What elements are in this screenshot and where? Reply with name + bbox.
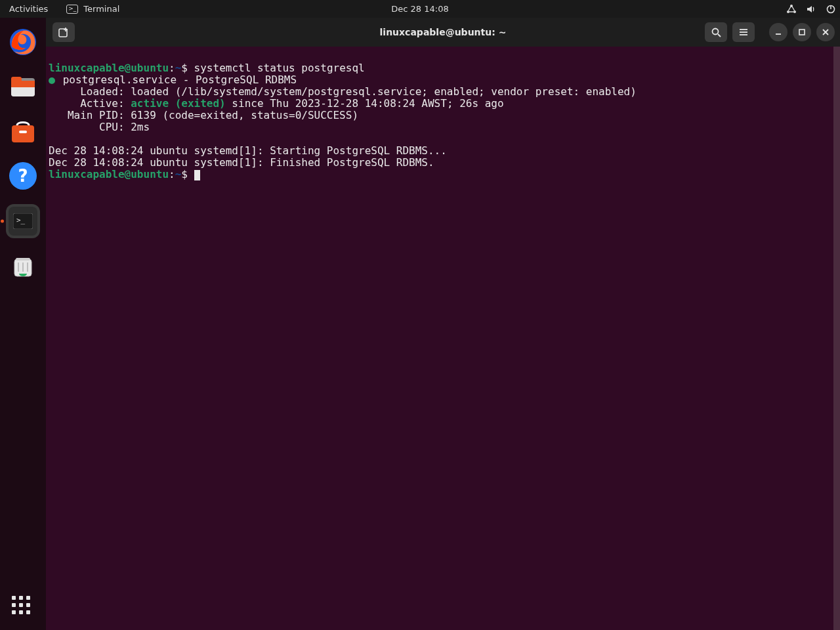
active-prefix: Active: xyxy=(49,97,131,110)
svg-rect-11 xyxy=(19,131,27,133)
loaded-line: Loaded: loaded (/lib/systemd/system/post… xyxy=(49,85,637,98)
status-dot-icon xyxy=(49,77,55,84)
search-button[interactable] xyxy=(705,22,727,42)
hamburger-menu-button[interactable] xyxy=(732,22,755,42)
power-icon[interactable] xyxy=(826,4,836,14)
svg-rect-17 xyxy=(16,258,30,261)
svg-rect-27 xyxy=(799,30,805,35)
dock-terminal: >_ xyxy=(9,207,37,236)
prompt-sep-2: : xyxy=(169,168,175,180)
clock-label: Dec 28 14:08 xyxy=(391,4,448,14)
terminal-output[interactable]: linuxcapable@ubuntu:~$ systemctl status … xyxy=(46,47,840,630)
gnome-top-panel: Activities >_ Terminal Dec 28 14:08 xyxy=(0,0,840,18)
svg-point-21 xyxy=(713,29,719,35)
prompt-sigil-2: $ xyxy=(181,168,188,180)
volume-icon[interactable] xyxy=(806,4,816,14)
prompt-cwd-2: ~ xyxy=(175,168,182,180)
svg-text:?: ? xyxy=(18,166,28,186)
minimize-button[interactable] xyxy=(769,23,788,41)
prompt-userhost-2: linuxcapable@ubuntu xyxy=(49,168,169,180)
svg-text:>_: >_ xyxy=(16,216,26,224)
svg-rect-10 xyxy=(12,125,34,142)
terminal-titlebar: linuxcapable@ubuntu: ~ xyxy=(46,18,840,47)
prompt-userhost: linuxcapable@ubuntu xyxy=(49,62,169,74)
window-title: linuxcapable@ubuntu: ~ xyxy=(380,27,507,37)
app-menu-label: Terminal xyxy=(83,4,119,14)
terminal-scrollbar[interactable] xyxy=(833,47,840,630)
svg-line-22 xyxy=(718,34,721,37)
mainpid-line: Main PID: 6139 (code=exited, status=0/SU… xyxy=(49,109,358,121)
log-line-1: Dec 28 14:08:24 ubuntu systemd[1]: Start… xyxy=(49,144,447,157)
new-tab-button[interactable] xyxy=(52,22,75,42)
dock-trash[interactable] xyxy=(7,250,39,283)
activities-label: Activities xyxy=(9,4,48,14)
dock-firefox[interactable] xyxy=(7,26,39,58)
cpu-line: CPU: 2ms xyxy=(49,121,150,133)
terminal-cursor xyxy=(194,170,200,180)
dock-terminal-active[interactable]: >_ xyxy=(6,204,40,238)
svg-point-2 xyxy=(793,10,796,13)
dock: ? >_ xyxy=(0,18,46,630)
dock-files[interactable] xyxy=(7,70,39,103)
unit-line: postgresql.service - PostgreSQL RDBMS xyxy=(63,74,297,86)
prompt-cwd: ~ xyxy=(175,62,182,74)
close-button[interactable] xyxy=(816,23,835,41)
maximize-button[interactable] xyxy=(793,23,811,41)
terminal-window: linuxcapable@ubuntu: ~ linuxcapable@ubun… xyxy=(46,18,840,630)
terminal-icon: >_ xyxy=(66,5,78,14)
app-menu[interactable]: >_ Terminal xyxy=(57,0,129,18)
prompt-sigil: $ xyxy=(181,62,188,74)
clock[interactable]: Dec 28 14:08 xyxy=(382,0,457,18)
svg-point-1 xyxy=(787,10,789,13)
active-status: active (exited) xyxy=(131,97,226,110)
network-icon[interactable] xyxy=(786,4,797,14)
dock-help[interactable]: ? xyxy=(7,159,39,192)
active-suffix: since Thu 2023-12-28 14:08:24 AWST; 26s … xyxy=(226,97,504,110)
activities-button[interactable]: Activities xyxy=(0,0,57,18)
dock-software[interactable] xyxy=(7,115,39,148)
command-1: systemctl status postgresql xyxy=(194,62,365,74)
show-applications-button[interactable] xyxy=(12,596,34,618)
log-line-2: Dec 28 14:08:24 ubuntu systemd[1]: Finis… xyxy=(49,156,434,169)
svg-rect-9 xyxy=(11,77,22,82)
prompt-sep: : xyxy=(169,62,175,74)
